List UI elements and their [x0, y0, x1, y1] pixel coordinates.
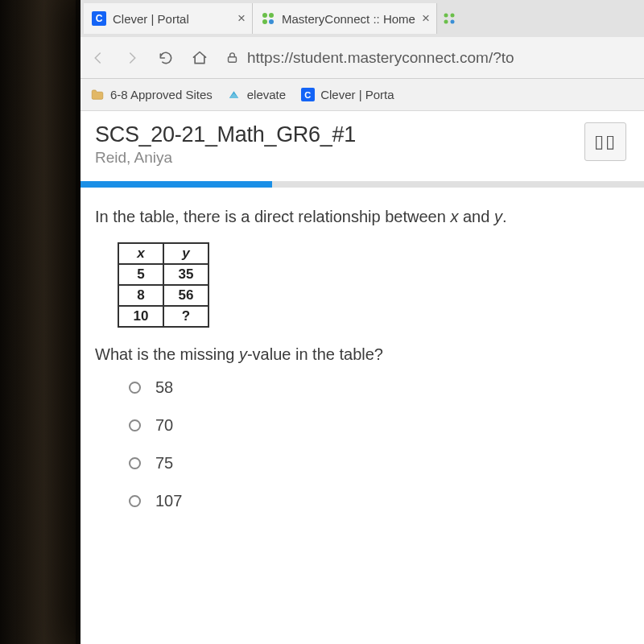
radio-icon	[129, 382, 141, 394]
close-icon[interactable]: ×	[237, 10, 246, 27]
radio-icon	[129, 495, 141, 507]
cell-x: 10	[118, 306, 163, 327]
bookmark-label: 6-8 Approved Sites	[110, 88, 213, 101]
browser-tab-strip: C Clever | Portal × MasteryConnect :: Ho…	[80, 0, 644, 37]
screen: C Clever | Portal × MasteryConnect :: Ho…	[80, 0, 644, 644]
student-name: Reid, Aniya	[95, 149, 575, 167]
choice-label: 58	[155, 378, 173, 397]
pause-icon: ▯▯	[594, 131, 617, 152]
bookmark-label: Clever | Porta	[320, 88, 394, 101]
table-header-row: x y	[118, 243, 208, 264]
cell-y: 35	[163, 264, 208, 285]
prompt-y: y	[494, 208, 502, 225]
question-prompt: In the table, there is a direct relation…	[95, 205, 626, 228]
question-text: What is the missing y-value in the table…	[95, 345, 626, 364]
new-tab-button[interactable]	[437, 13, 461, 24]
prompt-x: x	[450, 208, 458, 225]
svg-point-3	[269, 19, 274, 24]
page-content: SCS_20-21_Math_GR6_#1 Reid, Aniya ▯▯ In …	[80, 111, 644, 644]
bookmark-approved-sites[interactable]: 6-8 Approved Sites	[90, 88, 213, 102]
progress-bar	[80, 181, 644, 188]
radio-icon	[129, 419, 141, 431]
question-y: y	[239, 345, 247, 363]
mc-mini-icon	[444, 13, 455, 24]
svg-point-6	[444, 20, 448, 24]
device-bezel	[0, 0, 80, 644]
cell-x: 5	[118, 264, 163, 285]
choice-label: 75	[155, 454, 173, 473]
assignment-title: SCS_20-21_Math_GR6_#1	[95, 122, 575, 147]
data-table: x y 5 35 8 56 10 ?	[118, 242, 209, 328]
address-bar[interactable]: https://student.masteryconnect.com/?to	[219, 49, 641, 67]
col-x-header: x	[118, 243, 163, 264]
table-row: 5 35	[118, 264, 208, 285]
assignment-header: SCS_20-21_Math_GR6_#1 Reid, Aniya ▯▯	[80, 111, 644, 175]
back-button[interactable]	[84, 43, 113, 72]
home-button[interactable]	[185, 43, 214, 72]
clever-icon: C	[92, 11, 106, 26]
arrow-right-icon	[125, 51, 139, 65]
question-post: -value in the table?	[247, 345, 383, 363]
bookmark-clever[interactable]: C Clever | Porta	[300, 88, 394, 102]
svg-point-0	[262, 13, 267, 18]
svg-point-1	[269, 13, 274, 18]
lock-icon	[225, 51, 239, 64]
pause-button[interactable]: ▯▯	[584, 122, 626, 161]
browser-tab-masteryconnect[interactable]: MasteryConnect :: Home ×	[253, 3, 437, 34]
arrow-left-icon	[91, 51, 105, 65]
choice-b[interactable]: 70	[129, 416, 626, 435]
bookmark-label: elevate	[247, 88, 286, 101]
folder-icon	[90, 88, 105, 102]
choice-label: 70	[155, 416, 173, 435]
prompt-text: In the table, there is a direct relation…	[95, 208, 450, 225]
table-row: 8 56	[118, 285, 208, 306]
browser-tab-clever[interactable]: C Clever | Portal ×	[84, 3, 253, 34]
url-text: https://student.masteryconnect.com/?to	[247, 49, 514, 67]
svg-rect-8	[229, 57, 237, 62]
tab-title: Clever | Portal	[113, 12, 231, 26]
refresh-icon	[158, 50, 174, 66]
question-area: In the table, there is a direct relation…	[80, 188, 644, 538]
table-row: 10 ?	[118, 306, 208, 327]
cell-y: ?	[163, 306, 208, 327]
choice-d[interactable]: 107	[129, 492, 626, 510]
forward-button[interactable]	[118, 43, 147, 72]
cell-y: 56	[163, 285, 208, 306]
svg-point-5	[450, 14, 454, 18]
choice-a[interactable]: 58	[129, 378, 626, 397]
browser-toolbar: https://student.masteryconnect.com/?to	[80, 37, 644, 79]
elevate-icon	[227, 88, 242, 102]
clever-icon: C	[300, 88, 315, 102]
svg-point-7	[450, 20, 454, 24]
refresh-button[interactable]	[151, 43, 180, 72]
radio-icon	[129, 457, 141, 469]
prompt-text: .	[502, 208, 507, 225]
bookmarks-bar: 6-8 Approved Sites elevate C Clever | Po…	[80, 79, 644, 111]
answer-choices: 58 70 75 107	[95, 378, 626, 510]
home-icon	[192, 50, 208, 66]
progress-fill	[80, 181, 272, 188]
close-icon[interactable]: ×	[422, 10, 430, 27]
choice-label: 107	[155, 492, 182, 510]
tab-title: MasteryConnect :: Home	[282, 12, 415, 26]
svg-point-4	[444, 14, 448, 18]
choice-c[interactable]: 75	[129, 454, 626, 473]
bookmark-elevate[interactable]: elevate	[227, 88, 286, 102]
prompt-text: and	[458, 208, 493, 225]
col-y-header: y	[163, 243, 208, 264]
question-pre: What is the missing	[95, 345, 239, 363]
svg-point-2	[262, 19, 267, 24]
masteryconnect-icon	[261, 11, 275, 26]
cell-x: 8	[118, 285, 163, 306]
